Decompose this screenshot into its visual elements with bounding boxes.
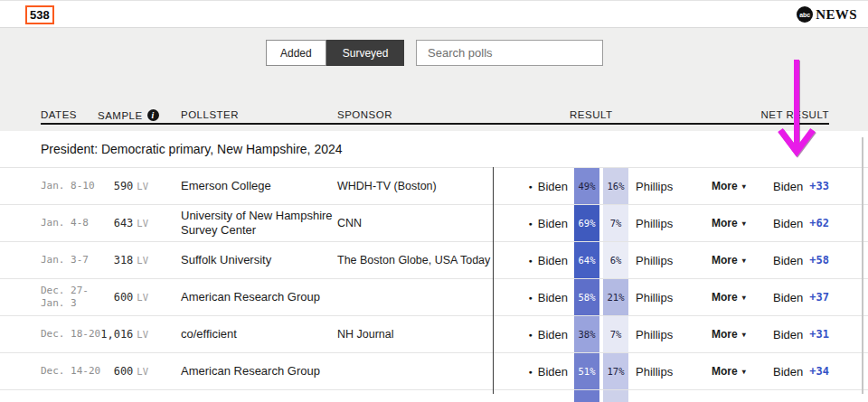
second-candidate: Phillips [636,242,693,278]
candidate1-percentage: 38% [574,316,599,352]
poll-sample: 643 LV [76,205,148,241]
candidate2-percentage: 7% [603,316,628,352]
sample-header-label: SAMPLE [98,110,143,121]
net-margin: +31 [809,328,829,341]
sample-size: 1,016 [100,328,133,341]
candidate-name: Biden [538,180,568,193]
poll-sponsor [337,279,493,315]
search-input[interactable] [416,40,603,66]
second-candidate: Phillips [636,168,693,204]
scrollbar[interactable] [862,137,863,394]
column-header-sponsor: SPONSOR [337,109,392,120]
column-header-pollster: POLLSTER [181,109,239,120]
leading-candidate: ● Biden [494,242,568,278]
net-leader: Biden [773,254,803,267]
poll-sponsor: WHDH-TV (Boston) [337,168,493,204]
result-column-divider [493,167,494,394]
net-result: Biden +58 [712,242,829,278]
candidate-bullet-icon: ● [529,183,533,190]
candidate1-percentage: 51% [574,353,599,389]
abc-news-logo[interactable]: abc NEWS [797,6,857,23]
candidate2-percentage: 7% [603,205,628,241]
column-header-sample: SAMPLE i [98,109,159,121]
candidate-name: Biden [538,328,568,341]
net-leader: Biden [773,217,803,230]
net-leader: Biden [773,328,803,341]
leading-candidate: ● Biden [494,168,568,204]
second-candidate: Phillips [636,205,693,241]
poll-sample: 318 LV [76,242,148,278]
sample-type: LV [137,292,148,303]
candidate-name: Biden [538,254,568,267]
candidate2-percentage: 6% [603,242,628,278]
sample-size: 600 [114,365,134,378]
tab-added[interactable]: Added [266,40,326,66]
polls-filter-toggle: Added Surveyed [266,40,404,66]
net-result: Biden +31 [712,316,829,352]
net-margin: +62 [809,217,829,229]
net-margin: +37 [809,291,829,304]
net-margin: +34 [809,365,829,378]
net-leader: Biden [773,365,803,379]
pollster-link[interactable]: Suffolk University [181,242,333,278]
net-margin: +33 [809,180,829,192]
poll-sponsor: NH Journal [337,316,493,352]
net-result: Biden +37 [712,279,829,315]
candidate1-percentage-partial [574,390,599,402]
candidate1-percentage: 64% [574,242,599,278]
candidate2-percentage: 17% [603,353,628,389]
second-candidate: Phillips [636,353,693,389]
candidate2-percentage-partial [603,390,628,402]
pollster-link[interactable]: Emerson College [181,168,333,204]
sample-size: 643 [114,217,134,229]
table-row: Jan. 4-8 643 LV University of New Hampsh… [0,204,868,241]
candidate-bullet-icon: ● [529,332,533,338]
candidate1-percentage: 58% [574,279,599,315]
net-leader: Biden [773,180,803,193]
sample-type: LV [137,181,148,192]
column-header-dates: DATES [41,109,77,120]
fivethirtyeight-logo[interactable]: 538 [25,5,54,24]
table-row-partial [0,389,868,402]
second-candidate: Phillips [636,279,693,315]
sample-size: 318 [114,254,134,266]
leading-candidate: ● Biden [494,279,568,315]
top-bar: 538 abc NEWS [0,0,868,28]
poll-sample: 1,016 LV [76,316,148,352]
poll-sample: 590 LV [76,168,148,204]
sample-type: LV [137,218,148,229]
candidate-name: Biden [538,365,568,379]
header-underline [41,123,829,125]
pollster-link[interactable]: University of New Hampshire Survey Cente… [181,205,333,241]
poll-sample: 600 LV [76,279,148,315]
table-row: Dec. 14-20 600 LV American Research Grou… [0,352,868,389]
poll-sponsor: CNN [337,205,493,241]
leading-candidate: ● Biden [494,353,568,389]
poll-rows: Jan. 8-10 590 LV Emerson College WHDH-TV… [0,167,868,402]
candidate-bullet-icon: ● [529,294,533,301]
pollster-link[interactable]: co/efficient [181,316,333,352]
polls-page: 538 abc NEWS Added Surveyed DATES SAMPLE… [0,0,868,402]
candidate-bullet-icon: ● [529,257,533,264]
sample-type: LV [137,366,148,377]
net-result: Biden +33 [712,168,829,204]
poll-sample: 600 LV [76,353,148,389]
info-icon[interactable]: i [147,109,159,121]
candidate2-percentage: 16% [603,168,628,204]
sample-type: LV [137,255,148,266]
poll-sponsor [337,353,493,389]
candidate1-percentage: 49% [574,168,599,204]
pollster-link[interactable]: American Research Group [181,279,333,315]
second-candidate: Phillips [636,316,693,352]
sample-size: 590 [114,180,134,192]
candidate-bullet-icon: ● [529,220,533,227]
leading-candidate: ● Biden [494,205,568,241]
pollster-link[interactable]: American Research Group [181,353,333,389]
tab-surveyed[interactable]: Surveyed [326,40,405,66]
table-row: Jan. 3-7 318 LV Suffolk University The B… [0,241,868,278]
abc-news-wordmark: NEWS [816,7,857,23]
candidate-name: Biden [538,217,568,230]
net-result: Biden +62 [712,205,829,241]
net-leader: Biden [773,291,803,304]
leading-candidate: ● Biden [494,316,568,352]
